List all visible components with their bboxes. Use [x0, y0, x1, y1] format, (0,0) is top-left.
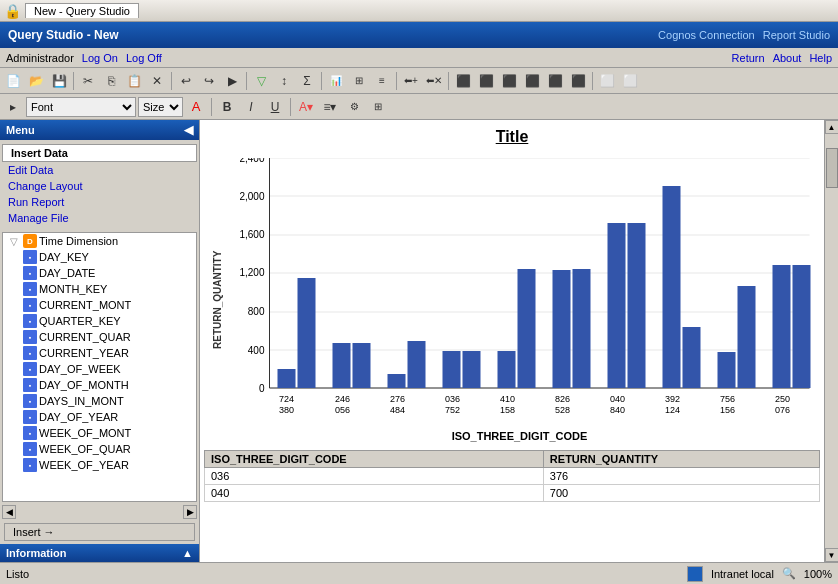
scroll-up-button[interactable]: ▲: [825, 120, 839, 134]
save-button[interactable]: 💾: [48, 70, 70, 92]
run-report-link[interactable]: Run Report: [8, 196, 64, 208]
underline-button[interactable]: U: [264, 96, 286, 118]
tree-field-item[interactable]: ▪WEEK_OF_MONT: [3, 425, 196, 441]
filter-button[interactable]: ▽: [250, 70, 272, 92]
insert-button[interactable]: Insert →: [4, 523, 195, 541]
svg-text:158: 158: [500, 405, 515, 415]
tree-scroll-controls: ◀ ▶: [0, 504, 199, 520]
list-button[interactable]: ≡: [371, 70, 393, 92]
tree-field-item[interactable]: ▪CURRENT_MONT: [3, 297, 196, 313]
field-icon: ▪: [23, 394, 37, 408]
highlight-button[interactable]: A▾: [295, 96, 317, 118]
return-link[interactable]: Return: [732, 52, 765, 64]
tb-extra2[interactable]: ⬜: [619, 70, 641, 92]
about-link[interactable]: About: [773, 52, 802, 64]
bar: [278, 369, 296, 388]
tree-scroll-left[interactable]: ◀: [2, 505, 16, 519]
font-select[interactable]: Font: [26, 97, 136, 117]
aggregate-button[interactable]: Σ: [296, 70, 318, 92]
chart-button[interactable]: 📊: [325, 70, 347, 92]
more-button2[interactable]: ⬛: [475, 70, 497, 92]
tree-field-item[interactable]: ▪WEEK_OF_YEAR: [3, 457, 196, 473]
y-axis-label: RETURN_QUANTITY: [212, 158, 223, 442]
more-button4[interactable]: ⬛: [521, 70, 543, 92]
delete-button[interactable]: ✕: [146, 70, 168, 92]
borders-button[interactable]: ⊞: [367, 96, 389, 118]
tree-field-item[interactable]: ▪DAY_OF_MONTH: [3, 377, 196, 393]
menu-change-layout[interactable]: Change Layout: [0, 178, 199, 194]
more-button3[interactable]: ⬛: [498, 70, 520, 92]
log-off-link[interactable]: Log Off: [126, 52, 162, 64]
zoom-value: 100%: [804, 568, 832, 580]
delete-col-button[interactable]: ⬅✕: [423, 70, 445, 92]
report-studio-link[interactable]: Report Studio: [763, 29, 830, 41]
tree-field-item[interactable]: ▪QUARTER_KEY: [3, 313, 196, 329]
title-bar: Query Studio - New Cognos Connection Rep…: [0, 22, 838, 48]
log-on-link[interactable]: Log On: [82, 52, 118, 64]
tree-field-item[interactable]: ▪DAY_OF_YEAR: [3, 409, 196, 425]
font-color-button[interactable]: A: [185, 96, 207, 118]
crosstab-button[interactable]: ⊞: [348, 70, 370, 92]
tree-field-item[interactable]: ▪DAY_OF_WEEK: [3, 361, 196, 377]
tree-field-item[interactable]: ▪CURRENT_QUAR: [3, 329, 196, 345]
open-button[interactable]: 📂: [25, 70, 47, 92]
menu-run-report[interactable]: Run Report: [0, 194, 199, 210]
tree-field-item[interactable]: ▪WEEK_OF_QUAR: [3, 441, 196, 457]
menu-edit-data[interactable]: Edit Data: [0, 162, 199, 178]
tree-field-item[interactable]: ▪MONTH_KEY: [3, 281, 196, 297]
bar: [628, 223, 646, 388]
scroll-down-button[interactable]: ▼: [825, 548, 839, 562]
sort-button[interactable]: ↕: [273, 70, 295, 92]
change-layout-link[interactable]: Change Layout: [8, 180, 83, 192]
separator-t2-1: [211, 98, 212, 116]
cell-qty: 700: [543, 485, 819, 502]
menu-close-icon[interactable]: ◀: [184, 123, 193, 137]
more-button1[interactable]: ⬛: [452, 70, 474, 92]
tree-field-item[interactable]: ▪DAYS_IN_MONT: [3, 393, 196, 409]
menu-manage-file[interactable]: Manage File: [0, 210, 199, 226]
field-icon: ▪: [23, 298, 37, 312]
copy-button[interactable]: ⎘: [100, 70, 122, 92]
browser-tab[interactable]: New - Query Studio: [25, 3, 139, 18]
size-select[interactable]: Size: [138, 97, 183, 117]
svg-text:800: 800: [248, 306, 265, 317]
paste-button[interactable]: 📋: [123, 70, 145, 92]
info-bar[interactable]: Information ▲: [0, 544, 199, 562]
tree-scroll-right[interactable]: ▶: [183, 505, 197, 519]
tree-root-item[interactable]: ▽ D Time Dimension: [3, 233, 196, 249]
more-button5[interactable]: ⬛: [544, 70, 566, 92]
manage-file-link[interactable]: Manage File: [8, 212, 69, 224]
menu-insert-data[interactable]: Insert Data: [2, 144, 197, 162]
edit-data-link[interactable]: Edit Data: [8, 164, 53, 176]
data-table: ISO_THREE_DIGIT_CODE RETURN_QUANTITY 036…: [204, 450, 820, 502]
separator3: [246, 72, 247, 90]
cognos-connection-link[interactable]: Cognos Connection: [658, 29, 755, 41]
tb-extra1[interactable]: ⬜: [596, 70, 618, 92]
cut-button[interactable]: ✂: [77, 70, 99, 92]
run-button[interactable]: ▶: [221, 70, 243, 92]
italic-button[interactable]: I: [240, 96, 262, 118]
svg-text:2,400: 2,400: [239, 158, 264, 164]
undo-button[interactable]: ↩: [175, 70, 197, 92]
bold-button[interactable]: B: [216, 96, 238, 118]
more-button6[interactable]: ⬛: [567, 70, 589, 92]
expand-icon: ▽: [7, 234, 21, 248]
field-icon: ▪: [23, 346, 37, 360]
redo-button[interactable]: ↪: [198, 70, 220, 92]
format-cells-button[interactable]: ⚙: [343, 96, 365, 118]
toolbar2-arrow[interactable]: ▸: [2, 96, 24, 118]
field-icon: ▪: [23, 442, 37, 456]
tree-field-item[interactable]: ▪CURRENT_YEAR: [3, 345, 196, 361]
scroll-thumb[interactable]: [826, 148, 838, 188]
insert-col-button[interactable]: ⬅+: [400, 70, 422, 92]
tree-field-item[interactable]: ▪DAY_DATE: [3, 265, 196, 281]
help-link[interactable]: Help: [809, 52, 832, 64]
tree-field-item[interactable]: ▪DAY_KEY: [3, 249, 196, 265]
svg-text:056: 056: [335, 405, 350, 415]
new-button[interactable]: 📄: [2, 70, 24, 92]
chart-svg: 0 400 800 1,200 1,600 2,000 2,400: [227, 158, 812, 428]
table-header-qty: RETURN_QUANTITY: [543, 451, 819, 468]
separator6: [448, 72, 449, 90]
align-button[interactable]: ≡▾: [319, 96, 341, 118]
table-header-code: ISO_THREE_DIGIT_CODE: [205, 451, 544, 468]
